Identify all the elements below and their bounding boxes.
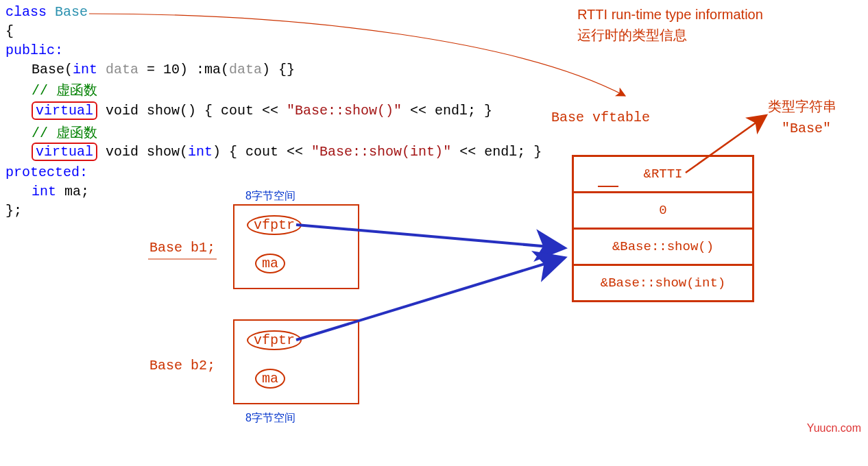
- virtual-box-2: virtual: [32, 143, 97, 161]
- show2-end: << endl; }: [451, 144, 542, 160]
- base-b2-label: Base b2;: [149, 358, 215, 373]
- watermark: Yuucn.com: [807, 422, 861, 434]
- show2-str: "Base::show(int)": [311, 144, 451, 160]
- eight-byte-top: 8字节空间: [245, 189, 296, 204]
- ctor-arg: data: [229, 62, 262, 77]
- ctor-line: Base(int data = 10) :ma(data) {}: [32, 62, 295, 77]
- eight-byte-bottom: 8字节空间: [245, 411, 296, 426]
- show2-sig2: ) { cout <<: [213, 144, 311, 160]
- class-name: Base: [55, 4, 88, 20]
- show2-line: virtual void show(int) { cout << "Base::…: [32, 143, 542, 161]
- vftable-row-show: &Base::show(): [574, 230, 752, 266]
- rtti-line-2: 运行时的类型信息: [577, 26, 687, 45]
- show2-int: int: [188, 144, 213, 160]
- member-name: ma;: [56, 184, 89, 199]
- vftable-row-offset: 0: [574, 193, 752, 230]
- object-box-b2: vfptr ma: [233, 319, 359, 404]
- kw-class: class: [5, 4, 47, 20]
- member-type: int: [32, 184, 56, 199]
- brace-open: {: [5, 23, 14, 39]
- ctor-param: data: [97, 62, 138, 77]
- show1-end: << endl; }: [402, 103, 492, 119]
- comment-1: // 虚函数: [32, 81, 97, 99]
- protected-kw: protected:: [5, 164, 88, 180]
- show2-sig: void show(: [97, 144, 188, 160]
- show1-str: "Base::show()": [287, 103, 402, 119]
- ctor-int: int: [73, 62, 97, 77]
- ctor-pre: Base(: [32, 62, 73, 77]
- arrow-class-vftable: [89, 14, 625, 96]
- ctor-def: = 10) :ma(: [138, 62, 229, 77]
- member-line: int ma;: [32, 184, 89, 199]
- vftable-box: &RTTI 0 &Base::show() &Base::show(int): [572, 155, 754, 302]
- public-kw: public:: [5, 42, 63, 58]
- code-line-1: class Base: [5, 4, 88, 20]
- rtti-line-1: RTTI run-time type information: [577, 7, 763, 23]
- brace-close: };: [5, 203, 22, 219]
- comment-2: // 虚函数: [32, 123, 97, 142]
- virtual-box-1: virtual: [32, 101, 97, 120]
- vftable-title: Base vftable: [551, 110, 650, 125]
- vfptr-field-b2: vfptr: [247, 330, 302, 350]
- object-box-b1: vfptr ma: [233, 204, 359, 289]
- show1-line: virtual void show() { cout << "Base::sho…: [32, 101, 492, 120]
- type-string-value: "Base": [782, 121, 831, 136]
- show1-sig: void show() { cout <<: [97, 103, 287, 119]
- ma-field-b1: ma: [255, 254, 285, 273]
- vftable-row-show-int: &Base::show(int): [574, 266, 752, 300]
- ctor-end: ) {}: [262, 62, 295, 77]
- type-string-label: 类型字符串: [768, 97, 836, 116]
- vfptr-field-b1: vfptr: [247, 215, 302, 235]
- ma-field-b2: ma: [255, 369, 285, 389]
- vftable-row-rtti: &RTTI: [574, 157, 752, 193]
- base-b1-label: Base b1;: [149, 240, 215, 256]
